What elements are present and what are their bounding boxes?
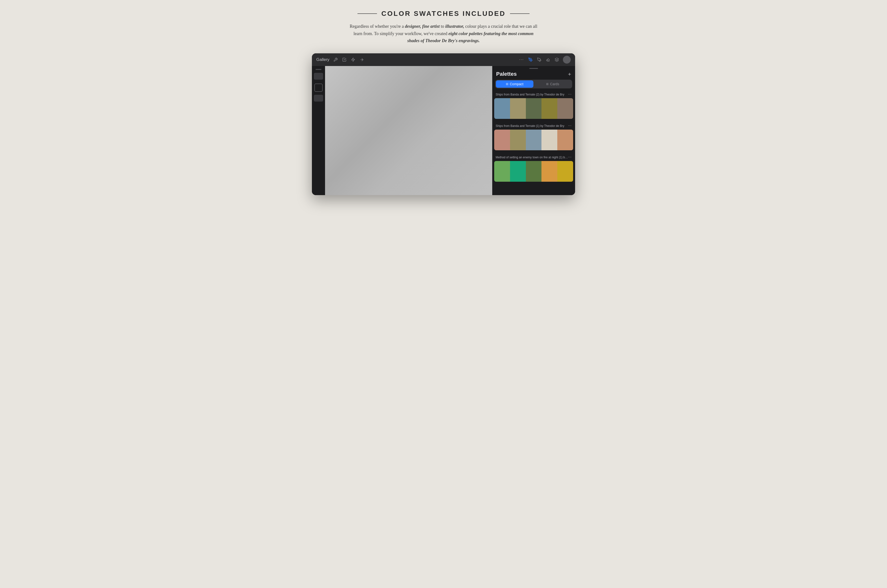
palette-item: Ships from Banda and Ternate (2) by Theo… [494, 92, 573, 119]
cards-view-button[interactable]: ⊞ Cards [534, 80, 572, 88]
toolbar-right [528, 56, 571, 64]
palette-swatches[interactable] [494, 161, 573, 182]
app-body: Palettes + ⊟ Compact ⊞ Cards [312, 66, 575, 195]
swatch [494, 130, 510, 150]
section-title: COLOR SWATCHES INCLUDED [381, 10, 506, 18]
sidebar-square[interactable] [314, 84, 323, 92]
bolt-icon[interactable] [350, 57, 356, 62]
palette-swatches[interactable] [494, 98, 573, 119]
layers-icon[interactable] [554, 57, 560, 62]
arrow-icon[interactable] [359, 57, 365, 62]
palette-swatches[interactable] [494, 130, 573, 150]
app-mockup: Gallery ··· [312, 53, 575, 195]
swatch [510, 98, 526, 119]
palettes-panel: Palettes + ⊟ Compact ⊞ Cards [492, 66, 575, 195]
swatch [542, 161, 557, 182]
compact-icon: ⊟ [506, 82, 508, 86]
gallery-button[interactable]: Gallery [316, 57, 329, 62]
palette-more-button[interactable]: ··· [568, 124, 572, 128]
brush-icon[interactable] [528, 57, 533, 62]
pen-icon[interactable] [537, 57, 542, 62]
view-toggle: ⊟ Compact ⊞ Cards [495, 80, 572, 88]
palette-name-row: Method of setting an enemy town on fire … [494, 154, 573, 161]
swatch [557, 130, 573, 150]
add-palette-button[interactable]: + [568, 71, 571, 77]
swatch [557, 98, 573, 119]
cards-icon: ⊞ [546, 82, 549, 86]
palette-name: Ships from Banda and Ternate (2) by Theo… [496, 93, 568, 96]
sidebar-btn-bottom[interactable] [314, 95, 323, 102]
toolbar-dots[interactable]: ··· [519, 57, 524, 62]
swatch [526, 130, 542, 150]
section-description: Regardless of whether you're a designer,… [348, 23, 539, 45]
swatch [494, 161, 510, 182]
toolbar: Gallery ··· [312, 53, 575, 66]
avatar[interactable] [563, 56, 571, 64]
magic-icon[interactable] [342, 57, 347, 62]
canvas-texture [325, 66, 492, 195]
palette-name: Ships from Banda and Ternate (1) by Theo… [496, 124, 568, 128]
palette-item: Ships from Banda and Ternate (1) by Theo… [494, 123, 573, 150]
header-line-left [357, 14, 377, 14]
svg-marker-3 [555, 58, 559, 60]
wrench-icon[interactable] [333, 57, 338, 62]
swatch [526, 98, 542, 119]
swatch [542, 98, 557, 119]
section-header: COLOR SWATCHES INCLUDED [297, 10, 590, 18]
compact-view-button[interactable]: ⊟ Compact [496, 80, 533, 88]
swatch [542, 130, 557, 150]
canvas-area[interactable] [325, 66, 492, 195]
palette-more-button[interactable]: ··· [568, 155, 572, 159]
svg-point-2 [530, 59, 531, 60]
drag-pill [529, 68, 538, 69]
eraser-icon[interactable] [545, 57, 551, 62]
palette-item: Method of setting an enemy town on fire … [494, 154, 573, 182]
palettes-header: Palettes + [492, 70, 575, 80]
swatch [494, 98, 510, 119]
cards-label: Cards [550, 82, 559, 86]
palettes-drag-handle [492, 66, 575, 70]
palettes-title: Palettes [496, 71, 516, 77]
swatch [510, 130, 526, 150]
header-line-right [510, 14, 530, 14]
swatch [526, 161, 542, 182]
swatch [557, 161, 573, 182]
palette-name-row: Ships from Banda and Ternate (1) by Theo… [494, 123, 573, 130]
palette-more-button[interactable]: ··· [568, 92, 572, 97]
sidebar [312, 66, 325, 195]
swatch [510, 161, 526, 182]
toolbar-center: ··· [519, 57, 524, 62]
palette-name-row: Ships from Banda and Ternate (2) by Theo… [494, 92, 573, 98]
palettes-list: Ships from Banda and Ternate (2) by Theo… [492, 92, 575, 195]
svg-marker-0 [351, 58, 355, 62]
palette-name: Method of setting an enemy town on fire … [496, 156, 568, 159]
toolbar-left: Gallery [316, 57, 515, 62]
sidebar-handle [315, 69, 321, 70]
sidebar-btn-top[interactable] [314, 73, 323, 80]
page-wrapper: COLOR SWATCHES INCLUDED Regardless of wh… [297, 10, 590, 195]
compact-label: Compact [510, 82, 524, 86]
